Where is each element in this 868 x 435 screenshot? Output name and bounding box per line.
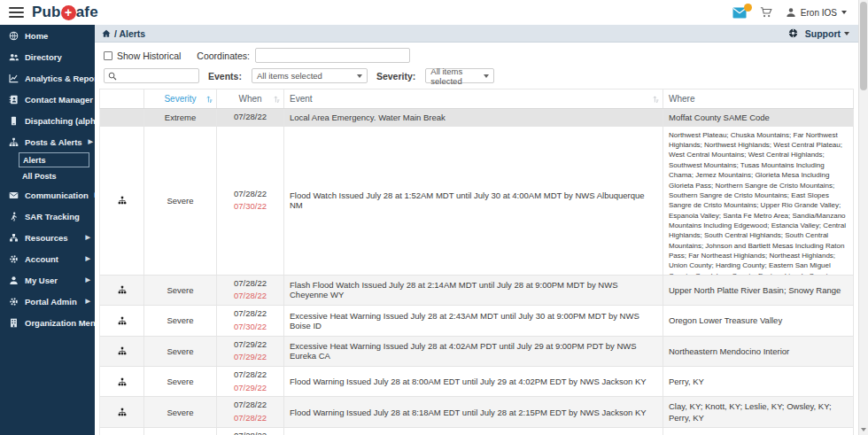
alert-when: 07/28/2207/29/22: [217, 367, 284, 396]
sidebar-item-label: Posts & Alerts: [25, 137, 82, 147]
alert-date-start: 07/28/22: [234, 430, 267, 435]
column-header-label: When: [238, 92, 261, 106]
notification-badge: [744, 4, 752, 12]
user-icon: [9, 276, 19, 285]
messages-envelope-icon[interactable]: [732, 7, 747, 19]
cart-icon[interactable]: [760, 6, 772, 19]
sidebar-item-sar-tracking[interactable]: SAR Tracking: [0, 206, 95, 227]
search-input[interactable]: [120, 71, 190, 81]
sidebar-item-contact-manager[interactable]: Contact Manager: [0, 89, 95, 110]
alert-icon-cell: [100, 306, 144, 335]
app-logo: Pub+afe: [32, 4, 98, 21]
breadcrumb-bar: / Alerts Support: [95, 25, 858, 43]
filters-panel: Show Historical Coordinates: Events: All…: [95, 43, 858, 84]
alert-icon-cell: [100, 397, 144, 426]
alert-row[interactable]: Extreme07/28/22Local Area Emergency. Wat…: [99, 109, 854, 127]
alert-icon-cell: [100, 109, 144, 126]
sidebar-subitem-alerts[interactable]: Alerts: [19, 152, 89, 167]
sidebar-subitem-all-posts[interactable]: All Posts: [19, 169, 89, 183]
logo-text-suffix: afe: [76, 4, 98, 21]
sidebar-item-account[interactable]: Account▶: [0, 248, 95, 269]
chart-icon: [9, 74, 19, 83]
sidebar-item-organization-menu[interactable]: Organization Menu▶: [0, 312, 95, 333]
alert-where: Upper North Platte River Basin; Snowy Ra…: [663, 276, 854, 305]
alert-severity: Extreme: [144, 109, 217, 126]
sidebar-item-posts-alerts[interactable]: Posts & Alerts▶: [0, 131, 95, 152]
events-label: Events:: [208, 71, 242, 82]
alert-event: Flood Watch Issued July 28 at 1:52AM MDT…: [284, 127, 663, 275]
sidebar-item-home[interactable]: Home: [0, 25, 95, 46]
alert-icon-cell: [100, 337, 144, 366]
alert-date-start: 07/28/22: [234, 307, 267, 321]
chevron-right-icon: ▶: [86, 298, 90, 305]
address-book-icon: [9, 95, 19, 105]
chevron-right-icon: ▶: [86, 276, 90, 284]
alert-severity: Severe: [144, 367, 217, 396]
sidebar-item-label: Resources: [25, 233, 68, 243]
alert-severity: Severe: [144, 428, 217, 435]
support-menu[interactable]: Support: [788, 28, 849, 39]
main-content: / Alerts Support Show Historical Coordin…: [95, 25, 858, 435]
search-box[interactable]: [104, 68, 199, 83]
globe-icon: [9, 31, 19, 41]
vertical-scrollbar[interactable]: [858, 0, 868, 435]
show-historical-label: Show Historical: [117, 50, 181, 61]
alert-where: Perry, KY: [663, 367, 854, 396]
user-icon: [786, 7, 796, 18]
alert-date-end: 07/30/22: [234, 200, 267, 214]
chevron-down-icon: [484, 74, 489, 78]
alert-row[interactable]: Severe07/29/2207/29/22Excessive Heat War…: [99, 337, 854, 367]
column-header-when[interactable]: When: [217, 89, 284, 108]
events-select-value: All items selected: [257, 71, 322, 81]
alert-date-start: 07/28/22: [234, 188, 267, 201]
sidebar-item-dispatching-alpha[interactable]: Dispatching (alpha): [0, 110, 95, 131]
alert-row[interactable]: Severe07/28/2207/28/22Flash Flood Watch …: [99, 276, 854, 306]
cubes-icon: [9, 233, 19, 243]
severity-select[interactable]: All items selected: [425, 68, 494, 83]
alert-severity: Severe: [144, 306, 217, 335]
coordinates-input[interactable]: [255, 48, 410, 63]
alert-row[interactable]: Severe07/28/2207/28/22Flood Warning Issu…: [99, 397, 854, 427]
sidebar-item-portal-admin[interactable]: Portal Admin▶: [0, 291, 95, 312]
users-icon: [9, 52, 19, 62]
alert-severity: Severe: [144, 276, 217, 305]
home-icon[interactable]: [102, 29, 111, 38]
chevron-down-icon: [844, 32, 849, 35]
sort-icon: [651, 95, 660, 104]
show-historical-checkbox[interactable]: [104, 51, 112, 60]
sidebar-item-label: Dispatching (alpha): [25, 116, 95, 126]
sitemap-icon: [118, 285, 127, 294]
sitemap-icon: [9, 137, 19, 147]
alert-where: Moffat County SAME Code: [663, 109, 854, 126]
column-header-severity[interactable]: Severity: [144, 89, 217, 108]
alert-row[interactable]: Severe07/28/2207/29/22Flood Warning Issu…: [99, 367, 854, 397]
envelope-icon: [9, 190, 19, 200]
sidebar-item-my-user[interactable]: My User▶: [0, 269, 95, 291]
sidebar-item-analytics-reports[interactable]: Analytics & Reports▶: [0, 67, 95, 89]
alert-severity: Severe: [144, 127, 217, 275]
column-header-label: Severity: [164, 94, 196, 104]
scrollbar-down-arrow[interactable]: [859, 425, 868, 434]
life-ring-icon: [788, 28, 798, 38]
alert-icon-cell: [100, 367, 144, 396]
user-menu[interactable]: Eron IOS: [786, 7, 847, 18]
alert-date-end: 07/29/22: [234, 382, 267, 395]
alert-when: 07/28/2207/30/22: [217, 127, 284, 275]
sidebar-item-resources[interactable]: Resources▶: [0, 227, 95, 248]
events-select[interactable]: All items selected: [252, 68, 368, 83]
alert-event: Flood Warning Issued July 28 at 8:18AM E…: [284, 397, 663, 426]
sidebar-item-communication[interactable]: Communication▶: [0, 184, 95, 206]
alert-row[interactable]: Severe07/28/2207/30/22Excessive Heat War…: [99, 306, 854, 336]
hamburger-menu-icon[interactable]: [9, 7, 24, 18]
alert-row[interactable]: Severe07/28/2207/28/22Flood Warning Issu…: [99, 428, 854, 435]
coordinates-label: Coordinates:: [197, 50, 250, 61]
scrollbar-thumb[interactable]: [860, 2, 867, 90]
gear-icon: [9, 297, 19, 307]
user-name: Eron IOS: [801, 8, 837, 18]
sidebar-item-directory[interactable]: Directory: [0, 46, 95, 67]
severity-select-value: All items selected: [430, 66, 484, 86]
column-header-label: Where: [669, 93, 694, 105]
column-header-event[interactable]: Event: [284, 89, 663, 108]
chevron-right-icon: ▶: [86, 255, 90, 262]
alert-row[interactable]: Severe07/28/2207/30/22Flood Watch Issued…: [99, 127, 854, 276]
